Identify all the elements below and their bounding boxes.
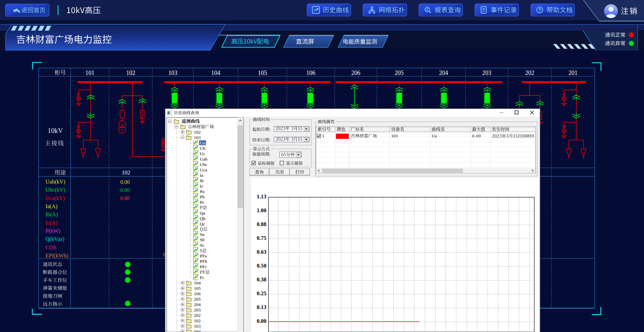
svg-text:103: 103 bbox=[194, 324, 201, 329]
svg-text:0.00: 0.00 bbox=[120, 195, 130, 201]
svg-text:Qb: Qb bbox=[200, 216, 206, 221]
svg-text:Q(kVar): Q(kVar) bbox=[45, 236, 64, 242]
svg-text:0.50: 0.50 bbox=[257, 262, 267, 269]
svg-text:104: 104 bbox=[194, 329, 201, 332]
svg-text:1: 1 bbox=[322, 133, 325, 138]
svg-text:0.13: 0.13 bbox=[257, 304, 267, 310]
svg-text:Ia: Ia bbox=[200, 173, 204, 178]
svg-text:PFb: PFb bbox=[200, 259, 207, 264]
svg-text:103: 103 bbox=[194, 135, 201, 140]
svg-text:102: 102 bbox=[194, 130, 201, 135]
svg-text:103: 103 bbox=[391, 133, 398, 138]
svg-text:0.63: 0.63 bbox=[257, 249, 267, 255]
svg-text:203: 203 bbox=[482, 70, 491, 76]
svg-text:Sb: Sb bbox=[200, 237, 205, 242]
svg-text:0.00: 0.00 bbox=[120, 179, 130, 185]
svg-text:102: 102 bbox=[122, 169, 130, 176]
svg-text:0.75: 0.75 bbox=[257, 235, 267, 241]
svg-text:?: ? bbox=[538, 7, 541, 12]
svg-text:201: 201 bbox=[569, 70, 578, 76]
svg-text:0.00: 0.00 bbox=[257, 318, 267, 324]
svg-text:104: 104 bbox=[211, 70, 220, 76]
svg-text:204: 204 bbox=[194, 302, 201, 307]
svg-text:202: 202 bbox=[525, 70, 534, 76]
svg-text:10kV: 10kV bbox=[48, 127, 63, 134]
svg-text:Uca: Uca bbox=[200, 167, 207, 172]
svg-text:P(kW): P(kW) bbox=[45, 228, 60, 234]
svg-text:Uc: Uc bbox=[200, 151, 205, 156]
svg-text:Uab: Uab bbox=[200, 157, 208, 162]
svg-text:0.38: 0.38 bbox=[257, 276, 267, 283]
svg-text:Ua: Ua bbox=[432, 133, 437, 138]
svg-text:Pc: Pc bbox=[200, 200, 205, 205]
svg-text:Ubc(kV): Ubc(kV) bbox=[45, 187, 65, 193]
svg-text:105: 105 bbox=[258, 70, 267, 76]
svg-text:104: 104 bbox=[194, 280, 201, 285]
svg-text:0.88: 0.88 bbox=[257, 221, 267, 227]
svg-text:Uab(kV): Uab(kV) bbox=[45, 178, 65, 185]
svg-text:Ub: Ub bbox=[200, 146, 206, 151]
svg-text:202: 202 bbox=[194, 313, 201, 318]
svg-text:V: V bbox=[121, 122, 124, 127]
svg-text:COS: COS bbox=[45, 244, 56, 251]
svg-text:PFc: PFc bbox=[200, 264, 207, 269]
svg-text:102: 102 bbox=[126, 70, 135, 76]
svg-text:Pa: Pa bbox=[200, 189, 205, 194]
svg-text:Ib(A): Ib(A) bbox=[45, 211, 58, 218]
svg-text:Ib: Ib bbox=[200, 178, 204, 183]
svg-text:205: 205 bbox=[395, 70, 404, 76]
svg-text:204: 204 bbox=[439, 70, 448, 76]
svg-text:1.00: 1.00 bbox=[257, 207, 267, 214]
svg-text:Pb: Pb bbox=[200, 194, 205, 199]
svg-text:V: V bbox=[121, 128, 124, 133]
svg-text:Qc: Qc bbox=[200, 221, 205, 226]
svg-text:PFa: PFa bbox=[200, 253, 207, 258]
svg-text:Qa: Qa bbox=[200, 211, 205, 216]
svg-text:Sa: Sa bbox=[200, 232, 205, 237]
svg-text:Ic(A): Ic(A) bbox=[45, 220, 58, 226]
svg-text:1.13: 1.13 bbox=[257, 193, 267, 200]
svg-text:Ia(A): Ia(A) bbox=[45, 203, 58, 210]
svg-text:Fr: Fr bbox=[200, 275, 204, 280]
svg-text:206: 206 bbox=[351, 70, 360, 76]
svg-text:205: 205 bbox=[194, 297, 201, 302]
svg-text:Uca(kV): Uca(kV) bbox=[45, 195, 65, 201]
svg-text:101: 101 bbox=[85, 70, 94, 76]
svg-text:102: 102 bbox=[194, 318, 201, 323]
svg-text:0.25: 0.25 bbox=[257, 290, 267, 297]
svg-text:103: 103 bbox=[168, 70, 177, 76]
svg-text:0.00: 0.00 bbox=[472, 133, 481, 138]
svg-text:EPI(kWh): EPI(kWh) bbox=[45, 252, 68, 259]
svg-text:106: 106 bbox=[194, 291, 201, 296]
svg-text:0.00: 0.00 bbox=[120, 187, 130, 193]
svg-text:105: 105 bbox=[194, 286, 201, 291]
svg-text:Ua: Ua bbox=[200, 140, 205, 145]
svg-text:Ubc: Ubc bbox=[200, 162, 208, 167]
svg-text:203: 203 bbox=[194, 307, 201, 312]
svg-text:106: 106 bbox=[306, 70, 315, 76]
svg-text:Sc: Sc bbox=[200, 243, 205, 248]
svg-text:Ic: Ic bbox=[200, 184, 204, 189]
